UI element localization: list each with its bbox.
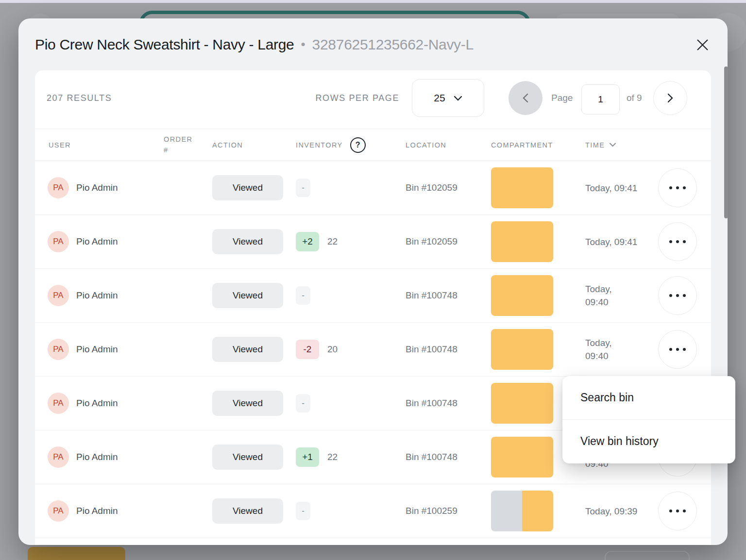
compartment-segment-yellow xyxy=(491,167,553,208)
user-name: Pio Admin xyxy=(76,344,118,355)
compartment-indicator xyxy=(491,491,553,531)
ellipsis-icon xyxy=(669,294,686,297)
action-badge: Viewed xyxy=(212,337,283,362)
page-input[interactable] xyxy=(581,84,620,115)
avatar: PA xyxy=(48,231,69,252)
time-label: Today, 09:41 xyxy=(585,181,637,195)
compartment-segment-yellow xyxy=(522,491,553,531)
avatar: PA xyxy=(48,285,69,306)
avatar: PA xyxy=(48,446,69,468)
user-name: Pio Admin xyxy=(76,182,118,193)
compartment-indicator xyxy=(491,437,553,478)
location-label: Bin #100748 xyxy=(406,290,458,301)
modal-sku: 32876251235662-Navy-L xyxy=(312,36,474,53)
column-compartment: COMPARTMENT xyxy=(491,141,585,149)
row-actions-button[interactable] xyxy=(658,168,697,207)
table-row: PA Pio Admin Viewed +2 22 Bin #102059 To… xyxy=(35,215,711,269)
table-row: PA Pio Admin Viewed - Bin #102059 Today,… xyxy=(35,161,711,215)
column-user: USER xyxy=(35,141,164,149)
results-card: 207 RESULTS ROWS PER PAGE 25 Page of 9 U xyxy=(35,70,711,545)
ellipsis-icon xyxy=(669,510,686,512)
compartment-segment-yellow xyxy=(491,437,553,478)
page-label: Page xyxy=(551,93,573,103)
action-badge: Viewed xyxy=(212,175,283,200)
location-label: Bin #100748 xyxy=(406,452,458,462)
action-badge: Viewed xyxy=(212,391,283,416)
time-label: Today, 09:40 xyxy=(585,336,612,362)
menu-item-search-bin[interactable]: Search bin xyxy=(562,376,735,419)
inventory-count: 20 xyxy=(327,344,338,355)
prev-page-button[interactable] xyxy=(509,81,543,115)
inventory-delta-badge: - xyxy=(296,394,310,412)
location-label: Bin #100748 xyxy=(406,398,458,409)
inventory-delta-badge: -2 xyxy=(296,340,319,359)
location-label: Bin #102059 xyxy=(406,182,458,193)
location-label: Bin #100748 xyxy=(406,344,458,355)
ellipsis-icon xyxy=(669,186,686,189)
ellipsis-icon xyxy=(669,348,686,351)
avatar: PA xyxy=(48,393,69,414)
compartment-segment-yellow xyxy=(491,275,553,316)
column-inventory: INVENTORY ? xyxy=(296,137,406,153)
compartment-indicator xyxy=(491,221,553,262)
user-name: Pio Admin xyxy=(76,506,118,516)
compartment-segment-yellow xyxy=(491,329,553,370)
user-name: Pio Admin xyxy=(76,236,118,247)
rows-per-page-label: ROWS PER PAGE xyxy=(316,93,400,103)
action-badge: Viewed xyxy=(212,229,283,254)
user-name: Pio Admin xyxy=(76,452,118,462)
user-name: Pio Admin xyxy=(76,290,118,301)
title-dot-separator: • xyxy=(301,37,305,52)
compartment-indicator xyxy=(491,383,553,424)
bin-actions-menu: Search bin View bin history xyxy=(562,376,735,463)
product-history-modal: Pio Crew Neck Sweatshirt - Navy - Large … xyxy=(18,18,728,545)
column-time-sort[interactable]: TIME xyxy=(585,141,644,149)
inventory-count: 22 xyxy=(327,236,338,247)
action-badge: Viewed xyxy=(212,498,283,524)
table-row: PA Pio Admin Viewed - Bin #100259 Today,… xyxy=(35,484,711,538)
time-label: Today, 09:40 xyxy=(585,282,612,309)
inventory-delta-badge: +1 xyxy=(296,447,319,467)
background-bottom-outline xyxy=(605,551,690,560)
compartment-indicator xyxy=(491,329,553,370)
table-header: USER ORDER # ACTION INVENTORY ? LOCATION… xyxy=(35,129,711,161)
modal-header: Pio Crew Neck Sweatshirt - Navy - Large … xyxy=(35,18,711,70)
rows-per-page-select[interactable]: 25 xyxy=(412,79,484,117)
menu-item-view-bin-history[interactable]: View bin history xyxy=(562,420,735,463)
ellipsis-icon xyxy=(669,240,686,243)
screen: Pio Crew Neck Sweatshirt - Navy - Large … xyxy=(0,0,746,560)
results-toolbar: 207 RESULTS ROWS PER PAGE 25 Page of 9 xyxy=(35,70,711,129)
row-actions-button[interactable] xyxy=(658,492,697,530)
inventory-delta-badge: - xyxy=(296,179,310,197)
scrollbar-thumb[interactable] xyxy=(724,66,728,218)
action-badge: Viewed xyxy=(212,445,283,470)
rows-per-page-value: 25 xyxy=(434,92,445,104)
modal-title: Pio Crew Neck Sweatshirt - Navy - Large xyxy=(35,36,294,53)
compartment-indicator xyxy=(491,275,553,316)
avatar: PA xyxy=(48,500,69,522)
row-actions-button[interactable] xyxy=(658,276,697,315)
inventory-delta-badge: - xyxy=(296,502,310,520)
avatar: PA xyxy=(48,339,69,360)
column-action: ACTION xyxy=(212,141,296,149)
page-total: of 9 xyxy=(627,93,642,103)
compartment-indicator xyxy=(491,167,553,208)
user-name: Pio Admin xyxy=(76,398,118,409)
inventory-count: 22 xyxy=(327,452,338,462)
table-body: PA Pio Admin Viewed - Bin #102059 Today,… xyxy=(35,161,711,538)
close-icon[interactable] xyxy=(691,33,714,56)
compartment-segment-yellow xyxy=(491,383,553,424)
row-actions-button[interactable] xyxy=(658,222,697,261)
background-gold-button xyxy=(28,547,125,560)
time-label: Today, 09:39 xyxy=(585,505,637,518)
chevron-down-icon xyxy=(609,143,616,147)
inventory-help-icon[interactable]: ? xyxy=(350,137,366,153)
chevron-left-icon xyxy=(523,93,528,103)
column-location: LOCATION xyxy=(406,141,491,149)
background-top-strip xyxy=(0,0,746,3)
table-row: PA Pio Admin Viewed - Bin #100748 Today,… xyxy=(35,269,711,323)
next-page-button[interactable] xyxy=(653,81,687,115)
time-label: Today, 09:41 xyxy=(585,235,637,248)
row-actions-button[interactable] xyxy=(658,330,697,369)
compartment-segment-yellow xyxy=(491,221,553,262)
